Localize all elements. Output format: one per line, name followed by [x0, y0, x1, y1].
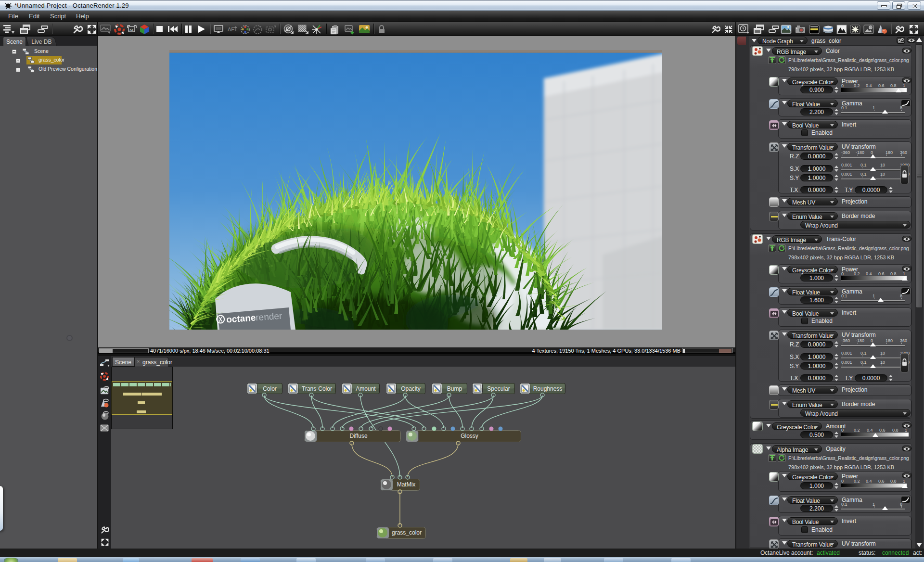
svg-text:Specular: Specular — [487, 385, 510, 392]
svg-text:Roughness: Roughness — [533, 385, 563, 392]
svg-text:Opacity: Opacity — [401, 385, 421, 392]
svg-text:grass_color: grass_color — [392, 529, 422, 536]
svg-text:Glossy: Glossy — [461, 433, 478, 439]
svg-text:Amount: Amount — [356, 385, 376, 392]
svg-text:Diffuse: Diffuse — [349, 433, 367, 439]
svg-text:AF: AF — [228, 26, 234, 32]
svg-text:MatMix: MatMix — [397, 481, 416, 488]
svg-text:Color: Color — [263, 385, 277, 392]
svg-text:Trans-Color: Trans-Color — [302, 385, 332, 392]
svg-text:Bump: Bump — [447, 385, 462, 392]
svg-text:xz: xz — [129, 27, 133, 32]
